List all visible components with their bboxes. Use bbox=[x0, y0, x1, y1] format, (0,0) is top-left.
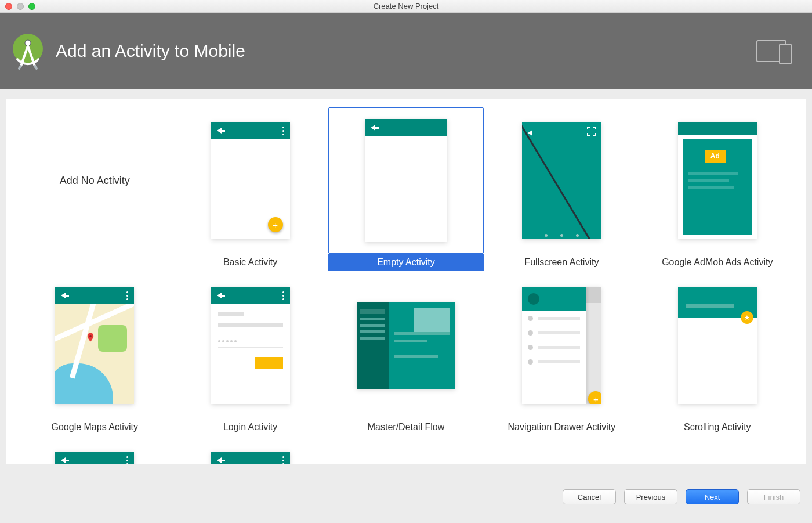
avatar-icon bbox=[528, 293, 539, 305]
basic-activity-thumb: + bbox=[211, 122, 290, 239]
master-detail-thumb bbox=[357, 302, 455, 389]
empty-activity-thumb bbox=[365, 119, 447, 242]
overflow-menu-icon bbox=[126, 291, 128, 300]
wizard-footer: Cancel Previous Next Finish bbox=[0, 482, 812, 523]
overflow-menu-icon bbox=[282, 456, 284, 465]
gallery-item-master-detail-flow[interactable]: Master/Detail Flow bbox=[328, 272, 484, 437]
gallery-item-google-maps-activity[interactable]: Google Maps Activity bbox=[17, 272, 172, 437]
svg-rect-3 bbox=[780, 44, 791, 64]
maximize-window-button[interactable] bbox=[28, 3, 35, 10]
gallery-item-partial-2[interactable] bbox=[172, 437, 328, 464]
back-arrow-icon bbox=[528, 130, 532, 136]
back-arrow-icon bbox=[61, 457, 66, 463]
back-arrow-icon bbox=[371, 125, 375, 131]
fullscreen-activity-thumb bbox=[522, 122, 601, 239]
login-activity-thumb bbox=[211, 287, 290, 404]
scrolling-activity-thumb: ★ bbox=[678, 287, 757, 404]
gallery-item-scrolling-activity[interactable]: ★ Scrolling Activity bbox=[640, 272, 795, 437]
gallery-item-label: Login Activity bbox=[173, 419, 328, 436]
fab-add-icon: + bbox=[268, 217, 283, 232]
gallery-item-empty-activity[interactable]: Empty Activity bbox=[328, 107, 484, 272]
activity-gallery-frame: Add No Activity . + Basic Activity bbox=[6, 99, 806, 464]
gallery-item-fullscreen-activity[interactable]: Fullscreen Activity bbox=[484, 107, 639, 272]
close-window-button[interactable] bbox=[5, 3, 12, 10]
gallery-item-label: Basic Activity bbox=[173, 254, 328, 271]
cancel-button[interactable]: Cancel bbox=[563, 489, 616, 504]
svg-point-4 bbox=[89, 335, 92, 337]
previous-button[interactable]: Previous bbox=[624, 489, 677, 504]
minimize-window-button[interactable] bbox=[17, 3, 24, 10]
gallery-item-login-activity[interactable]: Login Activity bbox=[172, 272, 328, 437]
gallery-item-label: Fullscreen Activity bbox=[484, 254, 639, 271]
fullscreen-icon bbox=[587, 127, 596, 136]
navigation-drawer-thumb: + bbox=[522, 287, 601, 404]
android-studio-logo-icon bbox=[9, 33, 46, 70]
activity-gallery: Add No Activity . + Basic Activity bbox=[17, 107, 795, 464]
next-button[interactable]: Next bbox=[686, 489, 739, 504]
gallery-item-label: Google AdMob Ads Activity bbox=[640, 254, 795, 271]
back-arrow-icon bbox=[61, 293, 66, 298]
back-arrow-icon bbox=[217, 457, 222, 463]
gallery-item-partial-1[interactable] bbox=[17, 437, 172, 464]
device-frame-icon bbox=[756, 37, 793, 65]
gallery-item-label: Scrolling Activity bbox=[640, 419, 795, 436]
wizard-content: Add No Activity . + Basic Activity bbox=[0, 89, 812, 482]
back-arrow-icon bbox=[217, 293, 222, 298]
back-arrow-icon bbox=[217, 128, 222, 134]
overflow-menu-icon bbox=[282, 291, 284, 300]
gallery-item-navigation-drawer-activity[interactable]: + Navigation Drawer Activity bbox=[484, 272, 639, 437]
google-maps-activity-thumb bbox=[55, 287, 134, 404]
window-title: Create New Project bbox=[374, 2, 439, 10]
gallery-item-basic-activity[interactable]: + Basic Activity bbox=[172, 107, 328, 272]
map-pin-icon bbox=[85, 332, 96, 342]
traffic-lights bbox=[5, 3, 35, 10]
gallery-item-label: Google Maps Activity bbox=[17, 419, 172, 436]
gallery-item-label: Add No Activity bbox=[60, 175, 130, 187]
gallery-item-label: Master/Detail Flow bbox=[328, 419, 484, 436]
overflow-menu-icon bbox=[282, 127, 284, 135]
ad-chip: Ad bbox=[705, 150, 726, 163]
wizard-header: Add an Activity to Mobile bbox=[0, 13, 812, 89]
fab-add-icon: + bbox=[588, 391, 601, 404]
window-titlebar: Create New Project bbox=[0, 0, 812, 13]
star-fab-icon: ★ bbox=[741, 311, 753, 324]
gallery-item-admob-activity[interactable]: Ad Google AdMob Ads Activity bbox=[640, 107, 795, 272]
admob-activity-thumb: Ad bbox=[678, 122, 757, 239]
gallery-item-label: Empty Activity bbox=[328, 254, 484, 271]
finish-button[interactable]: Finish bbox=[747, 489, 800, 504]
overflow-menu-icon bbox=[126, 456, 128, 465]
wizard-title: Add an Activity to Mobile bbox=[56, 41, 245, 61]
gallery-item-add-no-activity[interactable]: Add No Activity . bbox=[17, 107, 172, 272]
gallery-item-label: Navigation Drawer Activity bbox=[484, 419, 639, 436]
